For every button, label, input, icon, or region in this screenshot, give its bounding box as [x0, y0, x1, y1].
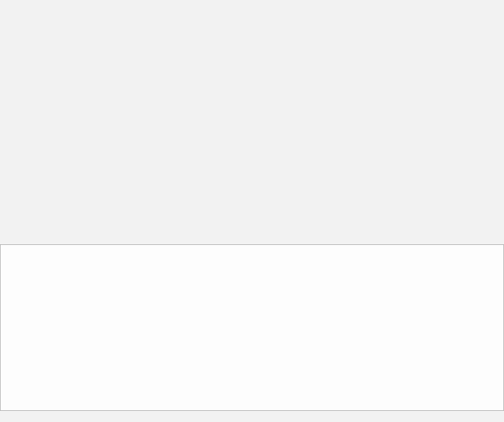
diagram-panel: PC listens port serial server USR-N540 i…: [0, 244, 504, 411]
canvas: PC listens port serial server USR-N540 i…: [0, 0, 504, 422]
